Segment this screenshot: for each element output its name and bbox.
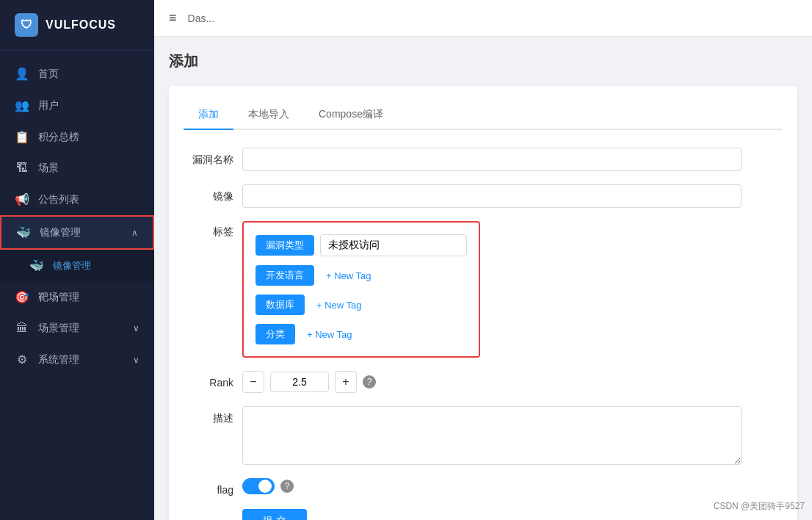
sidebar-item-users[interactable]: 👥 用户: [0, 90, 154, 121]
submit-row: 提 交: [184, 509, 783, 520]
image-mgmt-arrow: ∧: [131, 228, 138, 238]
sidebar-item-users-label: 用户: [38, 99, 59, 112]
desc-textarea[interactable]: [242, 406, 742, 465]
sidebar-item-scene[interactable]: 🏗 场景: [0, 153, 154, 184]
content-area: 添加 添加 本地导入 Compose编译 漏洞名称 镜像 标签: [154, 37, 812, 520]
system-mgmt-icon: ⚙: [15, 353, 29, 366]
sidebar-item-home-label: 首页: [38, 68, 59, 81]
home-icon: 👤: [15, 67, 29, 81]
tag-row-database: 数据库 + New Tag: [255, 295, 467, 315]
scene-mgmt-label: 场景管理: [38, 322, 79, 335]
rank-control: − + ?: [242, 371, 376, 393]
tag-input-vuln-type-value: 未授权访问: [328, 239, 380, 252]
breadcrumb: Das...: [188, 12, 215, 24]
image-input[interactable]: [242, 184, 742, 208]
image-mgmt-label: 镜像管理: [40, 226, 81, 239]
image-label: 镜像: [184, 184, 242, 203]
page-title: 添加: [169, 51, 797, 71]
tag-btn-database[interactable]: 数据库: [255, 295, 305, 315]
main-wrapper: ≡ Das... 添加 添加 本地导入 Compose编译 漏洞名称 镜像: [154, 0, 812, 520]
watermark: CSDN @美团骑手9527: [714, 500, 805, 513]
sidebar: 🛡 VULFOCUS 👤 首页 👥 用户 📋 积分总榜 🏗 场景 📢 公告列表 …: [0, 0, 154, 520]
desc-row: 描述: [184, 406, 783, 465]
flag-label: flag: [184, 478, 242, 496]
tab-add[interactable]: 添加: [184, 101, 233, 130]
sidebar-item-scene-label: 场景: [38, 162, 59, 175]
tags-label: 标签: [184, 221, 242, 239]
vuln-name-input[interactable]: [242, 148, 742, 171]
tag-btn-category[interactable]: 分类: [255, 324, 295, 344]
target-icon: 🎯: [15, 290, 29, 304]
scene-mgmt-arrow: ∨: [133, 323, 139, 333]
system-mgmt-label: 系统管理: [38, 353, 79, 366]
image-row: 镜像: [184, 184, 783, 208]
sidebar-item-score[interactable]: 📋 积分总榜: [0, 121, 154, 153]
toggle-knob: [258, 480, 272, 493]
image-sub-icon: 🐳: [29, 259, 44, 272]
sidebar-nav: 👤 首页 👥 用户 📋 积分总榜 🏗 场景 📢 公告列表 🐳 镜像管理 ∧ 🐳: [0, 51, 154, 520]
system-mgmt-arrow: ∨: [133, 355, 139, 365]
tag-btn-dev-lang[interactable]: 开发语言: [255, 265, 314, 286]
tabs-container: 添加 本地导入 Compose编译: [184, 101, 783, 130]
tags-row: 标签 漏洞类型 未授权访问 开发语言 + New Tag: [184, 221, 783, 371]
rank-row: Rank − + ?: [184, 371, 783, 393]
tab-compose[interactable]: Compose编译: [304, 101, 398, 130]
sidebar-logo: 🛡 VULFOCUS: [0, 0, 154, 51]
flag-row: flag ?: [184, 478, 783, 496]
tags-section: 漏洞类型 未授权访问 开发语言 + New Tag 数据库 + New Tag: [242, 221, 480, 358]
logo-icon: 🛡: [15, 13, 38, 37]
tag-row-vuln-type: 漏洞类型 未授权访问: [255, 234, 467, 256]
flag-help-icon[interactable]: ?: [280, 480, 294, 493]
users-icon: 👥: [15, 98, 29, 112]
target-mgmt-label: 靶场管理: [38, 291, 79, 304]
tag-row-dev-lang: 开发语言 + New Tag: [255, 265, 467, 286]
sidebar-item-system-mgmt[interactable]: ⚙ 系统管理 ∨: [0, 344, 154, 375]
rank-label: Rank: [184, 371, 242, 389]
sidebar-item-announcements[interactable]: 📢 公告列表: [0, 184, 154, 215]
submit-button[interactable]: 提 交: [242, 509, 307, 520]
scene-mgmt-icon: 🏛: [15, 322, 29, 335]
announcement-icon: 📢: [15, 192, 29, 206]
tag-new-category[interactable]: + New Tag: [301, 325, 358, 344]
flag-toggle[interactable]: [242, 478, 275, 494]
tab-local-import[interactable]: 本地导入: [233, 101, 304, 130]
rank-minus-btn[interactable]: −: [242, 371, 264, 393]
sidebar-item-home[interactable]: 👤 首页: [0, 58, 154, 90]
tag-row-category: 分类 + New Tag: [255, 324, 467, 344]
sidebar-item-image-mgmt-sub[interactable]: 🐳 镜像管理: [0, 250, 154, 281]
vuln-name-label: 漏洞名称: [184, 148, 242, 167]
scene-icon: 🏗: [15, 162, 29, 175]
sidebar-item-announcements-label: 公告列表: [38, 193, 79, 206]
sidebar-item-target-mgmt[interactable]: 🎯 靶场管理: [0, 281, 154, 313]
top-bar: ≡ Das...: [154, 0, 812, 37]
sidebar-item-score-label: 积分总榜: [38, 131, 79, 144]
menu-icon[interactable]: ≡: [169, 10, 177, 26]
tag-new-database[interactable]: + New Tag: [311, 296, 368, 314]
sidebar-submenu-image: 🐳 镜像管理: [0, 250, 154, 281]
image-mgmt-sub-label: 镜像管理: [53, 259, 91, 272]
tag-btn-vuln-type[interactable]: 漏洞类型: [255, 235, 314, 256]
desc-label: 描述: [184, 406, 242, 425]
main-card: 添加 本地导入 Compose编译 漏洞名称 镜像 标签 漏洞类: [169, 86, 797, 520]
score-icon: 📋: [15, 130, 29, 144]
image-mgmt-icon: 🐳: [16, 225, 31, 239]
vuln-name-row: 漏洞名称: [184, 148, 783, 171]
sidebar-group-image-mgmt[interactable]: 🐳 镜像管理 ∧: [0, 215, 154, 250]
tag-input-vuln-type: 未授权访问: [320, 234, 467, 256]
logo-text: VULFOCUS: [46, 18, 116, 32]
rank-input[interactable]: [270, 372, 329, 392]
rank-plus-btn[interactable]: +: [335, 371, 357, 393]
tag-new-dev-lang[interactable]: + New Tag: [320, 267, 377, 285]
rank-help-icon[interactable]: ?: [363, 375, 376, 389]
sidebar-item-scene-mgmt[interactable]: 🏛 场景管理 ∨: [0, 313, 154, 344]
